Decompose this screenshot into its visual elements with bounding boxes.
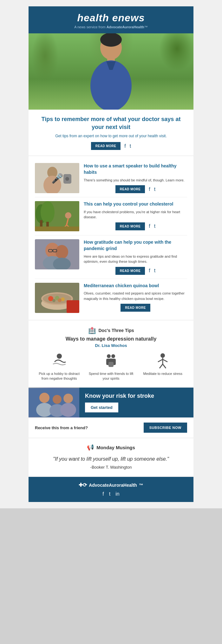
article-item: How gratitude can help you cope with the… [35,235,187,279]
meditate-icon [155,353,171,369]
tip-item-meditate: Meditate to reduce stress [139,353,187,381]
article-description: There's something you should be mindful … [84,178,187,183]
tip-text-meditate: Meditate to reduce stress [143,371,183,376]
stroke-title: Know your risk for stroke [85,393,188,399]
musings-label: Monday Musings [96,445,135,450]
footer-logo: ✚⟳ AdvocateAuroraHealth™ [35,482,187,488]
docs-tips-header: 🏥 Doc's Three Tips [35,327,187,334]
tip-item-friends: Spend time with friends to lift your spi… [87,353,135,381]
article-description: Olives, cucumber, roasted red peppers an… [84,291,187,301]
article-actions: READ MORE f t [84,185,187,193]
advocate-logo-icon: ✚⟳ [79,482,87,488]
svg-point-1 [100,33,122,47]
main-article-read-more[interactable]: READ MORE [91,142,121,150]
twitter-icon[interactable]: t [154,186,155,192]
svg-point-54 [39,393,49,403]
article-read-more-btn[interactable]: READ MORE [115,222,145,230]
musings-author: -Booker T. Washington [35,465,187,470]
svg-point-41 [107,354,111,358]
header-subtitle: A news service from AdvocateAuroraHealth… [35,25,187,29]
article-thumbnail-speaker [35,163,79,193]
main-article-description: Get tips from an expert on how to get mo… [35,134,187,138]
facebook-icon[interactable]: f [149,223,150,229]
footer: ✚⟳ AdvocateAuroraHealth™ f t in [29,477,193,502]
article-read-more-btn[interactable]: READ MORE [115,267,145,275]
tip-text-hobby: Pick up a hobby to distract from negativ… [35,371,83,381]
musings-quote: "If you want to lift yourself up, lift u… [35,455,187,463]
facebook-icon[interactable]: f [149,186,150,192]
stroke-content: Know your risk for stroke Get started [79,388,193,417]
tips-grid: Pick up a hobby to distract from negativ… [35,353,187,381]
docs-tips-title: Ways to manage depression naturally [35,336,187,342]
svg-point-14 [41,201,55,223]
subscribe-button[interactable]: SUBSCRIBE NOW [144,423,187,433]
article-content: This can help you control your cholester… [84,201,187,231]
subscribe-row: Receive this from a friend? SUBSCRIBE NO… [29,417,193,438]
article-title: How to use a smart speaker to build heal… [84,163,187,175]
svg-point-40 [57,354,62,359]
svg-line-51 [160,364,163,368]
header: health enews A news service from Advocat… [29,6,193,33]
email-container: health enews A news service from Advocat… [29,6,193,502]
article-read-more-btn[interactable]: READ MORE [121,304,150,312]
tip-text-friends: Spend time with friends to lift your spi… [87,371,135,381]
article-thumbnail-quinoa [35,283,79,313]
facebook-icon[interactable]: f [124,143,126,149]
musings-section: 📢 Monday Musings "If you want to lift yo… [29,438,193,477]
main-article-actions: READ MORE f t [35,142,187,150]
subscribe-text: Receive this from a friend? [35,425,88,430]
svg-rect-39 [67,300,79,313]
article-title: This can help you control your cholester… [84,201,187,207]
main-article: Tips to remember more of what your docto… [29,110,193,156]
article-item: This can help you control your cholester… [35,197,187,235]
twitter-icon[interactable]: t [154,223,155,229]
article-content: How to use a smart speaker to build heal… [84,163,187,193]
header-title: health enews [35,12,187,24]
tip-item-hobby: Pick up a hobby to distract from negativ… [35,353,83,381]
article-title: How gratitude can help you cope with the… [84,239,187,252]
main-article-title: Tips to remember more of what your docto… [35,115,187,131]
footer-facebook-icon[interactable]: f [102,491,104,497]
footer-linkedin-icon[interactable]: in [115,491,119,497]
thumb-gratitude-svg [35,239,79,269]
thumb-quinoa-svg [35,283,79,313]
twitter-icon[interactable]: t [130,143,131,149]
article-content: How gratitude can help you cope with the… [84,239,187,275]
svg-point-38 [58,298,62,302]
article-thumbnail-gratitude [35,239,79,269]
docs-tips-author: Dr. Lisa Wochos [35,343,187,348]
article-item: How to use a smart speaker to build heal… [35,159,187,197]
article-thumbnail-cholesterol [35,201,79,231]
article-read-more-btn[interactable]: READ MORE [115,185,145,193]
hero-image [29,33,193,110]
stroke-cta-button[interactable]: Get started [85,403,118,412]
svg-point-42 [111,354,115,358]
footer-twitter-icon[interactable]: t [109,491,110,497]
svg-point-58 [63,394,73,403]
thumb-speaker-svg [35,163,79,193]
article-actions: READ MORE [84,304,187,312]
svg-line-49 [158,359,163,362]
svg-point-10 [65,177,69,181]
svg-line-50 [163,359,167,362]
article-description: If you have cholesterol problems, you're… [84,209,187,220]
svg-point-56 [53,395,62,404]
facebook-icon[interactable]: f [149,268,150,274]
header-brand: AdvocateAuroraHealth [107,25,144,29]
footer-brand: AdvocateAuroraHealth [89,483,137,488]
twitter-icon[interactable]: t [154,268,155,274]
svg-point-24 [55,245,68,259]
musings-header: 📢 Monday Musings [35,444,187,451]
megaphone-icon: 📢 [87,444,94,451]
svg-line-52 [163,364,166,368]
svg-point-37 [52,299,55,302]
article-content: Mediterranean chicken quinoa bowl Olives… [84,283,187,313]
stroke-image [29,388,79,417]
docs-tips-section: 🏥 Doc's Three Tips Ways to manage depres… [29,320,193,388]
docs-icon: 🏥 [88,327,96,334]
friends-icon [103,353,119,369]
footer-social: f t in [35,491,187,497]
svg-rect-46 [108,362,114,367]
article-description: Here are tips and ideas on how to expres… [84,254,187,264]
article-actions: READ MORE f t [84,222,187,230]
